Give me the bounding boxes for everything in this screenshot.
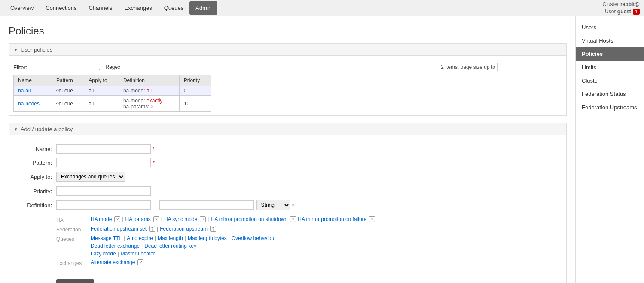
sidebar-item-users[interactable]: Users bbox=[576, 21, 644, 34]
max-length-link[interactable]: Max length bbox=[158, 235, 183, 241]
apply-to-select[interactable]: Exchanges and queues Exchanges Queues bbox=[56, 172, 125, 182]
dead-letter-routing-key-link[interactable]: Dead letter routing key bbox=[144, 243, 196, 249]
ha-sync-mode-link[interactable]: HA sync mode bbox=[164, 216, 197, 222]
add-policy-form: Name: * Pattern: * Apply to: Ex bbox=[13, 139, 562, 283]
queues-group-label: Queues bbox=[56, 235, 91, 242]
row2-def-val2: 2 bbox=[151, 104, 154, 110]
row2-def-key1: ha-mode: bbox=[123, 98, 145, 104]
master-locator-link[interactable]: Master Locator bbox=[121, 251, 155, 257]
definition-eq: = bbox=[153, 202, 157, 209]
row2-name[interactable]: ha-nodes bbox=[14, 96, 52, 112]
definition-required: * bbox=[292, 202, 294, 209]
sidebar-item-policies[interactable]: Policies bbox=[576, 47, 644, 61]
policies-table: Name Pattern Apply to Definition Priorit… bbox=[13, 75, 211, 112]
definition-key-input[interactable] bbox=[56, 200, 151, 210]
message-ttl-link[interactable]: Message TTL bbox=[91, 235, 122, 241]
row2-def-line2: ha-params: 2 bbox=[123, 104, 175, 110]
add-policy-button[interactable]: Add policy bbox=[56, 279, 94, 283]
pattern-input[interactable] bbox=[56, 158, 151, 167]
table-body: ha-all ^queue all ha-mode: all 0 ha- bbox=[14, 86, 211, 112]
exchanges-option-links: Alternate exchange ? bbox=[91, 259, 143, 265]
ha-mode-link[interactable]: HA mode bbox=[91, 216, 112, 222]
federation-group-label: Federation bbox=[56, 226, 91, 233]
priority-input[interactable] bbox=[56, 186, 151, 196]
policies-table-wrap: Name Pattern Apply to Definition Priorit… bbox=[13, 75, 562, 112]
sidebar-item-federation-upstreams[interactable]: Federation Upstreams bbox=[576, 101, 644, 114]
ha-params-link[interactable]: HA params bbox=[125, 216, 150, 222]
ha-mirror-failure-help[interactable]: ? bbox=[369, 216, 375, 222]
ha-params-help[interactable]: ? bbox=[153, 216, 159, 222]
col-definition: Definition bbox=[119, 75, 179, 86]
row2-def-line1: ha-mode: exactly bbox=[123, 98, 175, 104]
pattern-label: Pattern: bbox=[13, 160, 56, 166]
row1-apply-to: all bbox=[84, 86, 119, 96]
row2-definition: ha-mode: exactly ha-params: 2 bbox=[119, 96, 179, 112]
sidebar-item-cluster[interactable]: Cluster bbox=[576, 74, 644, 87]
priority-row: Priority: bbox=[13, 186, 562, 196]
col-name: Name bbox=[14, 75, 52, 86]
definition-label: Definition: bbox=[13, 202, 56, 209]
nav-channels[interactable]: Channels bbox=[82, 1, 118, 15]
lazy-mode-link[interactable]: Lazy mode bbox=[91, 251, 116, 257]
federation-upstream-set-link[interactable]: Federation upstream set bbox=[91, 226, 147, 232]
exchanges-options-group: Exchanges Alternate exchange ? bbox=[56, 259, 562, 266]
dead-letter-exchange-link[interactable]: Dead letter exchange bbox=[91, 243, 140, 249]
col-priority: Priority bbox=[179, 75, 211, 86]
user-policies-section: ▼ User policies Filter: Regex 2 items, p… bbox=[9, 43, 567, 116]
table-head: Name Pattern Apply to Definition Priorit… bbox=[14, 75, 211, 86]
max-length-bytes-link[interactable]: Max length bytes bbox=[188, 235, 227, 241]
ha-options-group: HA HA mode ? | HA params ? | HA sync mod… bbox=[56, 216, 562, 223]
ha-option-links: HA mode ? | HA params ? | HA sync mode ?… bbox=[91, 216, 375, 222]
definition-val-input[interactable] bbox=[159, 200, 254, 210]
ha-mirror-shutdown-help[interactable]: ? bbox=[290, 216, 296, 222]
federation-upstream-help[interactable]: ? bbox=[210, 226, 216, 232]
apply-to-label: Apply to: bbox=[13, 174, 56, 180]
row1-def-key: ha-mode: bbox=[123, 88, 145, 94]
pattern-row: Pattern: * bbox=[13, 158, 562, 167]
ha-mirror-failure-link[interactable]: HA mirror promotion on failure bbox=[298, 216, 366, 222]
filter-input[interactable] bbox=[31, 63, 95, 71]
nav-overview[interactable]: Overview bbox=[4, 1, 40, 15]
alternate-exchange-link[interactable]: Alternate exchange bbox=[91, 259, 135, 265]
user-info: User guest1 bbox=[605, 8, 640, 15]
sidebar-item-limits[interactable]: Limits bbox=[576, 61, 644, 74]
definition-inputs: = String Number Boolean List bbox=[56, 200, 290, 210]
row2-apply-to: all bbox=[84, 96, 119, 112]
ha-sync-mode-help[interactable]: ? bbox=[200, 216, 206, 222]
queues-options-group: Queues Message TTL | Auto expire | Max l… bbox=[56, 235, 562, 257]
items-count-text: 2 items, page size up to bbox=[441, 64, 495, 70]
row1-priority: 0 bbox=[179, 86, 211, 96]
cluster-name: Cluster rabbit@ bbox=[603, 1, 640, 8]
regex-checkbox[interactable] bbox=[99, 65, 104, 70]
auto-expire-link[interactable]: Auto expire bbox=[127, 235, 153, 241]
ha-mirror-shutdown-link[interactable]: HA mirror promotion on shutdown bbox=[211, 216, 287, 222]
exchanges-group-label: Exchanges bbox=[56, 259, 91, 266]
definition-type-select[interactable]: String Number Boolean List bbox=[256, 200, 290, 210]
page-title: Policies bbox=[9, 25, 567, 37]
page-size-input[interactable]: 100 bbox=[497, 63, 562, 71]
nav-admin[interactable]: Admin bbox=[189, 1, 217, 15]
user-policies-header[interactable]: ▼ User policies bbox=[9, 43, 566, 56]
federation-upstream-link[interactable]: Federation upstream bbox=[160, 226, 208, 232]
nav-queues[interactable]: Queues bbox=[158, 1, 190, 15]
top-navigation: Overview Connections Channels Exchanges … bbox=[0, 0, 644, 16]
priority-label: Priority: bbox=[13, 188, 56, 194]
name-input[interactable] bbox=[56, 144, 151, 154]
row1-name[interactable]: ha-all bbox=[14, 86, 52, 96]
ha-mode-help[interactable]: ? bbox=[114, 216, 120, 222]
overflow-behaviour-link[interactable]: Overflow behaviour bbox=[232, 235, 276, 241]
row1-definition: ha-mode: all bbox=[119, 86, 179, 96]
policy-options: HA HA mode ? | HA params ? | HA sync mod… bbox=[56, 215, 562, 271]
federation-upstream-set-help[interactable]: ? bbox=[149, 226, 155, 232]
col-apply-to: Apply to bbox=[84, 75, 119, 86]
sidebar-item-virtual-hosts[interactable]: Virtual Hosts bbox=[576, 34, 644, 47]
add-policy-header[interactable]: ▼ Add / update a policy bbox=[9, 123, 566, 135]
alternate-exchange-help[interactable]: ? bbox=[137, 259, 143, 265]
row2-def-val1: exactly bbox=[147, 98, 162, 104]
cluster-info: Cluster rabbit@ User guest1 bbox=[603, 1, 640, 15]
user-policies-label: User policies bbox=[21, 46, 52, 53]
nav-exchanges[interactable]: Exchanges bbox=[118, 1, 158, 15]
nav-connections[interactable]: Connections bbox=[40, 1, 82, 15]
sidebar-item-federation-status[interactable]: Federation Status bbox=[576, 87, 644, 101]
items-info: 2 items, page size up to 100 bbox=[441, 63, 562, 71]
